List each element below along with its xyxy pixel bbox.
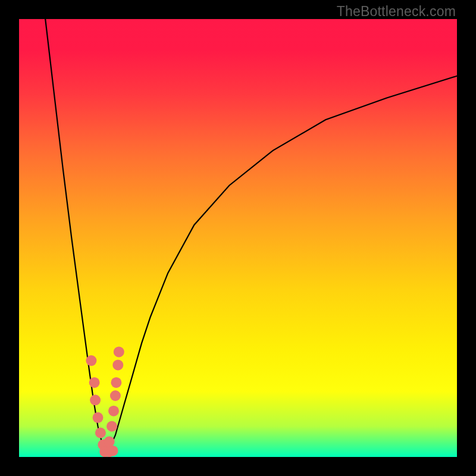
chart-svg bbox=[19, 19, 457, 457]
curve-left-branch bbox=[45, 19, 107, 455]
bead-right-1 bbox=[112, 359, 123, 370]
bead-bottom-2 bbox=[108, 446, 118, 456]
bead-left-4 bbox=[95, 428, 106, 439]
bead-right-0 bbox=[114, 346, 124, 357]
bead-right-3 bbox=[110, 390, 121, 401]
bead-left-3 bbox=[93, 412, 104, 423]
bead-right-4 bbox=[108, 406, 119, 416]
bead-right-6 bbox=[104, 436, 115, 447]
bead-left-0 bbox=[86, 355, 96, 366]
chart-frame: TheBottleneck.com bbox=[0, 0, 476, 476]
beads-group bbox=[86, 346, 124, 457]
watermark-text: TheBottleneck.com bbox=[337, 4, 456, 20]
bead-right-2 bbox=[111, 377, 121, 388]
curve-right-branch bbox=[107, 76, 457, 455]
bead-right-5 bbox=[107, 421, 117, 432]
plot-area bbox=[19, 19, 457, 457]
bead-left-2 bbox=[90, 394, 101, 405]
bead-left-1 bbox=[89, 377, 100, 388]
